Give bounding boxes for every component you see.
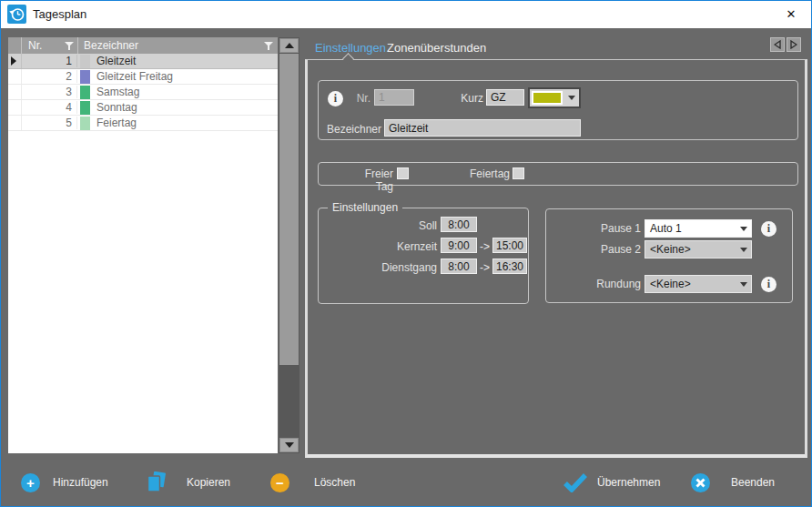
arrow-up-icon [285, 43, 294, 48]
row-color-swatch [80, 55, 90, 68]
soll-field[interactable] [441, 217, 477, 232]
rundung-dropdown[interactable]: <Keine> [645, 275, 752, 293]
identity-group: i Nr. Kurz Bezeichner [318, 80, 798, 140]
copy-button[interactable]: Kopieren [187, 476, 230, 489]
app-clock-icon [7, 5, 26, 24]
bezeichner-field[interactable] [384, 119, 581, 137]
tab-einstellungen[interactable]: Einstellungen [315, 41, 386, 55]
kernzeit-bis-field[interactable] [492, 238, 527, 253]
row-color-swatch [80, 117, 90, 130]
scroll-down-button[interactable] [279, 438, 299, 452]
row-marker-cell [8, 116, 22, 130]
row-marker-cell [8, 69, 22, 84]
kurz-field[interactable] [486, 89, 524, 106]
add-icon[interactable]: + [21, 473, 40, 492]
pause2-dropdown[interactable]: <Keine> [645, 240, 752, 259]
info-icon[interactable]: i [328, 91, 343, 106]
copy-icon[interactable] [147, 472, 167, 493]
soll-label: Soll [319, 219, 437, 232]
dayplan-table: Nr. Bezeichner 1 Gleitzeit 2 Gleitzeit F [8, 37, 278, 453]
delete-button[interactable]: Löschen [314, 476, 355, 489]
info-icon[interactable]: i [761, 221, 776, 237]
column-header-bezeichner[interactable]: Bezeichner [78, 37, 278, 54]
tab-zonenueberstunden[interactable]: Zonenüberstunden [387, 41, 486, 55]
selected-row-arrow-icon [11, 56, 16, 66]
tab-scroll-left-button[interactable] [770, 37, 785, 52]
dienstgang-label: Dienstgang [319, 261, 437, 274]
close-circle-icon[interactable] [691, 473, 710, 492]
tagesplan-window: Tagesplan ✕ Nr. Bezeichner 1 Gleitz [0, 0, 812, 507]
pause2-label: Pause 2 [546, 243, 641, 256]
add-button[interactable]: Hinzufügen [53, 476, 108, 489]
range-arrow: -> [480, 261, 490, 274]
feiertag-checkbox[interactable] [513, 167, 524, 179]
freier-tag-checkbox[interactable] [397, 167, 409, 179]
dienstgang-bis-field[interactable] [492, 259, 527, 274]
kernzeit-label: Kernzeit [319, 240, 437, 253]
zeiten-group: Einstellungen Soll Kernzeit -> Dienstgan… [318, 208, 529, 304]
apply-check-icon[interactable] [563, 472, 587, 492]
arrow-right-icon [790, 40, 797, 49]
active-tab-notch [342, 53, 354, 65]
bezeichner-label: Bezeichner [324, 123, 381, 136]
chevron-down-icon [740, 248, 747, 252]
info-icon[interactable]: i [761, 277, 776, 292]
nr-label: Nr. [346, 92, 370, 105]
row-color-swatch [80, 70, 90, 84]
arrow-down-icon [285, 442, 294, 448]
chevron-down-icon [568, 96, 575, 100]
table-scrollbar[interactable] [279, 37, 299, 453]
scroll-up-button[interactable] [279, 38, 299, 53]
zeiten-group-legend: Einstellungen [328, 201, 402, 214]
row-marker-cell [8, 85, 22, 99]
table-row[interactable]: 1 Gleitzeit [8, 54, 278, 69]
window-title: Tagesplan [33, 7, 86, 21]
freier-tag-label: Freier Tag [346, 167, 393, 193]
flags-group: Freier Tag Feiertag [318, 162, 798, 186]
kurz-label: Kurz [457, 92, 483, 105]
row-marker-cell [8, 54, 22, 68]
close-window-button[interactable]: ✕ [782, 5, 800, 24]
table-header: Nr. Bezeichner [8, 37, 278, 54]
scrollbar-thumb[interactable] [279, 54, 299, 365]
pause1-label: Pause 1 [546, 222, 641, 235]
apply-button[interactable]: Übernehmen [597, 476, 660, 489]
feiertag-label: Feiertag [464, 167, 510, 180]
pause1-dropdown[interactable]: Auto 1 [645, 219, 752, 238]
dienstgang-von-field[interactable] [441, 259, 477, 274]
exit-button[interactable]: Beenden [731, 476, 775, 489]
kernzeit-von-field[interactable] [441, 238, 477, 253]
table-row[interactable]: 4 Sonntag [8, 100, 278, 116]
color-dropdown[interactable] [528, 87, 581, 108]
titlebar: Tagesplan ✕ [1, 1, 811, 28]
filter-funnel-icon[interactable] [264, 42, 273, 50]
chevron-down-icon [740, 282, 747, 287]
rundung-label: Rundung [546, 278, 641, 290]
tab-scroll-right-button[interactable] [787, 37, 801, 52]
table-row[interactable]: 5 Feiertag [8, 116, 278, 131]
row-color-swatch [80, 86, 90, 99]
table-row[interactable]: 2 Gleitzeit Freitag [8, 69, 278, 85]
range-arrow: -> [480, 240, 490, 253]
filter-funnel-icon[interactable] [65, 42, 74, 50]
tab-content-einstellungen: i Nr. Kurz Bezeichner Freier Tag Feierta… [305, 59, 807, 458]
pausen-group: Pause 1 Auto 1 i Pause 2 <Keine> Rundung… [545, 208, 793, 303]
row-marker-cell [8, 100, 22, 115]
row-color-swatch [80, 101, 90, 115]
table-row[interactable]: 3 Samstag [8, 85, 278, 100]
column-header-nr[interactable]: Nr. [22, 37, 78, 54]
arrow-left-icon [774, 40, 781, 49]
nr-field [374, 89, 414, 106]
bottom-toolbar: + Hinzufügen Kopieren − Löschen Übernehm… [1, 461, 811, 506]
chevron-down-icon [740, 227, 747, 231]
row-marker-header-cell [8, 37, 22, 54]
color-swatch [532, 91, 563, 105]
delete-icon[interactable]: − [270, 473, 289, 492]
